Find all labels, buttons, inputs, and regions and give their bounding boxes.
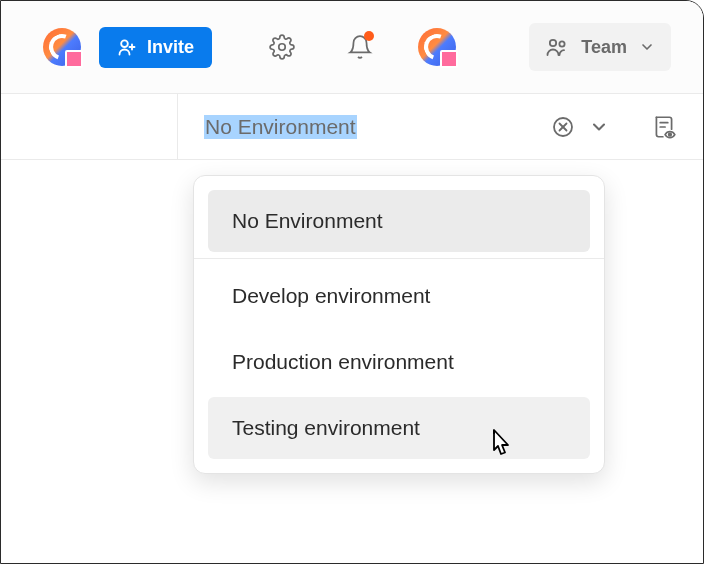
option-label: Develop environment [232, 284, 430, 307]
environment-option-develop[interactable]: Develop environment [208, 265, 590, 327]
app-window: Invite [0, 0, 704, 564]
clear-environment-button[interactable] [551, 115, 575, 139]
environment-selected-value[interactable]: No Environment [204, 115, 357, 139]
menu-divider [194, 258, 604, 259]
settings-button[interactable] [262, 27, 302, 67]
gear-icon [269, 34, 295, 60]
chevron-down-icon [589, 117, 609, 137]
environment-dropdown-menu: No Environment Develop environment Produ… [193, 175, 605, 474]
option-label: No Environment [232, 209, 383, 232]
team-selector-button[interactable]: Team [529, 23, 671, 71]
environment-option-none[interactable]: No Environment [208, 190, 590, 252]
close-circle-icon [551, 115, 575, 139]
notifications-button[interactable] [340, 27, 380, 67]
svg-point-11 [669, 133, 672, 136]
svg-point-4 [550, 40, 556, 46]
secondary-bar: No Environment [1, 94, 703, 160]
notification-dot-icon [364, 31, 374, 41]
option-label: Testing environment [232, 416, 420, 439]
invite-button[interactable]: Invite [99, 27, 212, 68]
environment-quick-look-button[interactable] [651, 114, 677, 140]
user-avatar[interactable] [418, 28, 456, 66]
svg-point-5 [560, 41, 565, 46]
environment-option-production[interactable]: Production environment [208, 331, 590, 393]
team-label: Team [581, 37, 627, 58]
invite-person-icon [117, 37, 137, 57]
environment-option-testing[interactable]: Testing environment [208, 397, 590, 459]
workspace-avatar[interactable] [43, 28, 81, 66]
option-label: Production environment [232, 350, 454, 373]
invite-label: Invite [147, 37, 194, 58]
environment-dropdown-toggle[interactable] [589, 117, 609, 137]
document-eye-icon [651, 114, 677, 140]
svg-point-3 [279, 44, 286, 51]
header-bar: Invite [1, 1, 703, 94]
chevron-down-icon [639, 39, 655, 55]
people-icon [545, 35, 569, 59]
svg-point-0 [121, 40, 128, 47]
vertical-divider [177, 94, 178, 159]
